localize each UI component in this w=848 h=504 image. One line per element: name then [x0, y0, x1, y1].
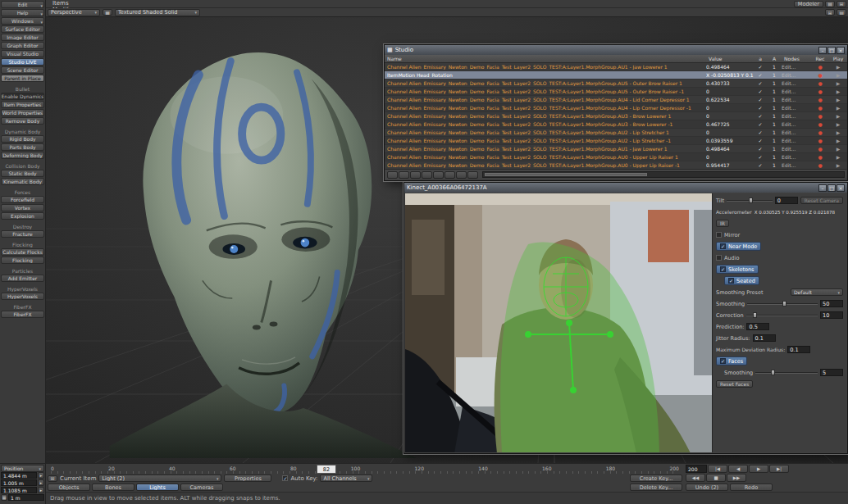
channel-edit-button[interactable]: Edit...	[782, 89, 811, 94]
z-spinner[interactable]: ▸	[38, 487, 44, 493]
undo-button[interactable]: Undo (2)	[686, 484, 728, 491]
studio-channel-row[interactable]: ItemMotion Head_Rotation X -0.0250813 Y …	[385, 71, 847, 79]
edit-mode-button[interactable]: Lights	[136, 484, 179, 491]
sidebar-item[interactable]: FiberFX ▾	[1, 311, 44, 318]
studio-toolbar-button-3[interactable]	[410, 171, 421, 179]
channel-edit-button[interactable]: Edit...	[782, 97, 811, 102]
scrollbar-thumb[interactable]	[485, 173, 647, 176]
studio-titlebar[interactable]: ▦ Studio – □ ×	[385, 45, 847, 55]
coordinate-mode-dropdown[interactable]: Position ▾	[1, 465, 44, 472]
reset-faces-button[interactable]: Reset Faces	[716, 380, 753, 388]
channel-value[interactable]: 0	[706, 113, 754, 119]
sidebar-item[interactable]: Static Body ▾	[1, 170, 44, 177]
column-header[interactable]: Nodes	[782, 56, 811, 61]
sidebar-item[interactable]: Surface Editor ▾	[1, 25, 44, 33]
studio-channel-row[interactable]: Channel Alien_Emissary_Newton_Demo_Facia…	[385, 88, 847, 96]
column-header[interactable]: Name	[385, 56, 706, 61]
record-icon[interactable]: ●	[811, 64, 829, 70]
studio-toolbar-button-6[interactable]	[445, 171, 455, 179]
channel-value[interactable]: 0.0393559	[706, 138, 754, 143]
studio-channel-row[interactable]: Channel Alien_Emissary_Newton_Demo_Facia…	[385, 145, 847, 153]
channel-edit-button[interactable]: Edit...	[782, 138, 811, 143]
x-position-field[interactable]: 1.4844 m	[1, 472, 37, 479]
studio-toolbar-button-5[interactable]	[433, 171, 444, 179]
sidebar-item[interactable]: Graph Editor ▾	[1, 42, 44, 49]
channel-edit-button[interactable]: Edit...	[782, 72, 811, 78]
transport-button[interactable]: ◀	[728, 465, 748, 473]
faces-smoothing-slider[interactable]	[755, 369, 818, 376]
sidebar-item[interactable]: Image Editor ▾	[1, 34, 44, 41]
channel-value[interactable]: 0	[706, 89, 754, 94]
record-icon[interactable]: ●	[811, 105, 829, 111]
column-header[interactable]: A	[767, 56, 782, 61]
channel-edit-button[interactable]: Edit...	[782, 121, 811, 127]
create-key-button[interactable]: Create Key...	[630, 474, 682, 482]
studio-toolbar-button-2[interactable]	[399, 171, 409, 179]
channel-edit-button[interactable]: Edit...	[782, 129, 811, 135]
studio-channel-row[interactable]: Channel Alien_Emissary_Newton_Demo_Facia…	[385, 104, 847, 112]
sidebar-item[interactable]: Studio LIVE ▾	[1, 58, 44, 66]
record-icon[interactable]: ●	[811, 89, 829, 94]
play-icon[interactable]: ▶	[829, 89, 847, 94]
smoothing-value-field[interactable]: 50	[820, 300, 843, 307]
sidebar-item[interactable]: Enable Dynamics ▾	[1, 93, 44, 100]
column-header[interactable]: Value	[706, 56, 754, 61]
record-icon[interactable]: ●	[811, 154, 829, 160]
channel-value[interactable]: 0.498464	[706, 146, 754, 152]
auto-key-checkbox[interactable]: ✓	[282, 475, 288, 481]
viewport-layout-icon[interactable]: ▤	[837, 9, 846, 16]
seated-checkbox[interactable]: ✓	[728, 278, 734, 284]
edit-mode-button[interactable]: Cameras	[180, 484, 223, 491]
channel-value[interactable]: 0.430733	[706, 80, 754, 86]
modeler-button[interactable]: Modeler	[794, 1, 823, 7]
channel-enabled-check-icon[interactable]: ✓	[754, 129, 767, 135]
properties-button[interactable]: Properties	[224, 474, 271, 482]
ir-button[interactable]: IR	[716, 220, 729, 227]
channel-edit-button[interactable]: Edit...	[782, 113, 811, 119]
channel-value[interactable]: 0	[706, 154, 754, 160]
channel-value[interactable]: 0.467725	[706, 121, 754, 127]
record-icon[interactable]: ●	[811, 72, 829, 78]
max-deviation-radius-value-field[interactable]: 0.1	[787, 346, 810, 353]
channel-enabled-check-icon[interactable]: ✓	[754, 97, 767, 102]
play-icon[interactable]: ▶	[829, 138, 847, 143]
channel-enabled-check-icon[interactable]: ✓	[754, 80, 767, 86]
record-icon[interactable]: ●	[811, 162, 829, 168]
sidebar-item[interactable]: Visual Studio ▾	[1, 50, 44, 57]
record-icon[interactable]: ●	[811, 97, 829, 102]
play-icon[interactable]: ▶	[829, 113, 847, 119]
studio-channel-row[interactable]: Channel Alien_Emissary_Newton_Demo_Facia…	[385, 129, 847, 137]
timeline-ruler[interactable]: 020406080100120140160180200 82	[46, 463, 684, 474]
column-header[interactable]: Play	[829, 56, 847, 61]
sidebar-item[interactable]: Kinematic Body ▾	[1, 178, 44, 185]
sidebar-item[interactable]: Parent in Place ▾	[1, 75, 44, 82]
play-icon[interactable]: ▶	[829, 121, 847, 127]
channel-enabled-check-icon[interactable]: ✓	[754, 72, 767, 78]
studio-channel-row[interactable]: Channel Alien_Emissary_Newton_Demo_Facia…	[385, 137, 847, 145]
studio-channel-row[interactable]: Channel Alien_Emissary_Newton_Demo_Facia…	[385, 112, 847, 120]
x-spinner[interactable]: ▸	[38, 472, 44, 479]
skeletons-checkbox[interactable]: ✓	[720, 266, 726, 272]
play-icon[interactable]: ▶	[829, 154, 847, 160]
column-header[interactable]: Rec	[811, 56, 829, 61]
minimize-button[interactable]: –	[818, 47, 827, 54]
studio-toolbar-button-8[interactable]	[467, 171, 478, 179]
channel-edit-button[interactable]: Edit...	[782, 162, 811, 168]
play-icon[interactable]: ▶	[829, 129, 847, 135]
sidebar-item[interactable]: Edit ▾	[1, 1, 44, 8]
close-button[interactable]: ×	[837, 184, 845, 192]
sidebar-item[interactable]: Help ▾	[1, 9, 44, 16]
channel-enabled-check-icon[interactable]: ✓	[754, 113, 767, 119]
sidebar-item[interactable]: Fracture ▾	[1, 230, 44, 238]
record-icon[interactable]: ●	[811, 113, 829, 119]
correction-value-field[interactable]: 10	[820, 311, 843, 319]
minimize-button[interactable]: –	[818, 184, 827, 192]
seated-toggle[interactable]: ✓ Seated	[724, 276, 759, 285]
prediction-value-field[interactable]: 0.5	[746, 323, 769, 330]
view-type-dropdown[interactable]: Perspective ▾	[48, 9, 100, 16]
tilt-slider[interactable]	[727, 197, 773, 204]
jitter-radius-value-field[interactable]: 0.1	[753, 334, 776, 342]
sidebar-item[interactable]: Calculate Flocks ▾	[1, 248, 44, 256]
sidebar-item[interactable]: Forcefield ▾	[1, 196, 44, 203]
record-icon[interactable]: ●	[811, 138, 829, 143]
